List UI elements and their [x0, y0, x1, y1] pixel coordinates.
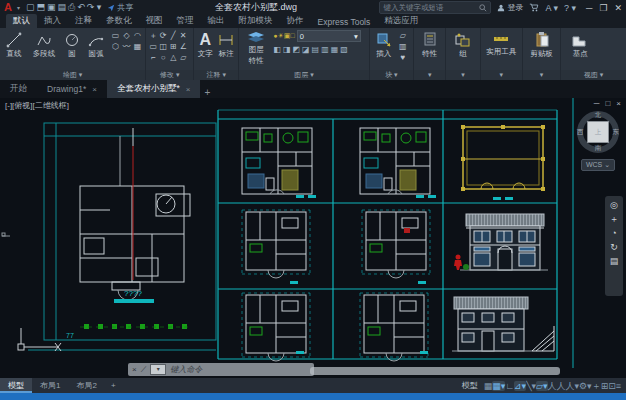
doc-close-button[interactable]: × — [616, 99, 621, 108]
compass-south-label[interactable]: 南 — [595, 144, 602, 153]
modify-icon[interactable]: ✕ — [178, 30, 188, 41]
floor-plan-1f-right[interactable] — [360, 128, 430, 194]
panel-label-view[interactable]: 视图 ▾ — [561, 70, 626, 80]
modify-icon[interactable]: ⌐ — [148, 52, 158, 63]
file-tab-close-icon[interactable]: × — [186, 85, 191, 94]
command-line[interactable]: × ⟋ ▾ 键入命令 — [128, 363, 314, 376]
close-button[interactable]: ✕ — [614, 3, 622, 13]
status-toggle-icon[interactable]: ∟ — [505, 381, 514, 391]
file-tab-close-icon[interactable]: × — [92, 85, 97, 94]
nav-tool-icon[interactable]: ↻ — [610, 242, 618, 252]
elevation-front-drawing[interactable] — [454, 214, 548, 270]
app-menu-arrow-icon[interactable]: ▾ — [17, 4, 20, 11]
modify-icon[interactable]: ◫ — [158, 41, 168, 52]
insert-block-button[interactable]: 插入 — [372, 30, 396, 59]
ribbon-tab[interactable]: 附加模块 — [232, 14, 280, 28]
layer-properties-button[interactable]: 图层 特性 — [241, 30, 271, 66]
elevation-side-drawing[interactable] — [452, 297, 554, 351]
layer-tool-icon[interactable]: ▦ — [331, 45, 339, 54]
panel-label-layers[interactable]: 图层 ▾ — [239, 70, 369, 80]
ribbon-tab[interactable]: 注释 — [68, 14, 99, 28]
floor-plan-2f-left[interactable] — [242, 210, 310, 278]
status-toggle-icon[interactable]: 人 — [548, 381, 557, 391]
ribbon-tab[interactable]: 协作 — [280, 14, 311, 28]
group-button[interactable]: 组 — [448, 30, 477, 59]
status-toggle-icon[interactable]: 人▾ — [566, 381, 580, 391]
panel-label-modify[interactable]: 修改 ▾ — [146, 70, 193, 80]
roof-plan-yellow[interactable] — [461, 125, 545, 200]
model-space-indicator[interactable]: 模型 — [462, 380, 478, 391]
floor-plan-3f-left[interactable] — [242, 293, 310, 361]
help-button[interactable]: ? ▾ — [564, 3, 576, 13]
drawing-canvas[interactable]: [-][俯视][二维线框] ─ □ × — [0, 98, 626, 378]
viewcube-compass-ring[interactable]: 北 东 南 西 上 — [577, 111, 619, 153]
nav-tool-icon[interactable]: ◎ — [610, 200, 618, 210]
quick-access-icon[interactable]: ▤ — [58, 2, 67, 12]
quick-access-icon[interactable]: ▣ — [47, 2, 56, 12]
command-tool-icon[interactable]: ⟋ — [141, 365, 147, 375]
draw-mini-icon[interactable]: ▭ — [110, 30, 121, 41]
layout-tab[interactable]: 布局2 — [68, 378, 104, 393]
compass-west-label[interactable]: 西 — [577, 128, 584, 137]
status-toggle-icon[interactable]: ⚙▾ — [579, 381, 592, 391]
modify-icon[interactable]: ○ — [158, 52, 168, 63]
quick-access-icon[interactable]: ▢ — [26, 2, 35, 12]
share-button[interactable]: 共享 — [107, 2, 133, 13]
panel-label-annotate[interactable]: 注释 ▾ — [194, 70, 238, 80]
viewcube[interactable]: 北 东 南 西 上 WCS ⌄ — [573, 111, 623, 171]
app-store-cart-icon[interactable] — [529, 3, 539, 12]
ribbon-tab[interactable]: 视图 — [139, 14, 170, 28]
modify-icon[interactable]: ⊞ — [168, 41, 178, 52]
navigation-bar[interactable]: ◎＋◔↻▤ — [605, 196, 623, 296]
status-toggle-icon[interactable]: ╲▾ — [526, 381, 536, 391]
modify-icon[interactable]: ▱ — [178, 52, 188, 63]
dimension-button[interactable]: 标注 — [216, 30, 236, 59]
layer-tool-icon[interactable]: ◪ — [302, 45, 310, 54]
quick-access-icon[interactable]: ⎙ — [68, 2, 75, 12]
modify-icon[interactable]: ╱ — [168, 30, 178, 41]
horizontal-scrollbar[interactable] — [310, 367, 560, 375]
status-toggle-icon[interactable]: ▱▾ — [536, 381, 547, 391]
modify-icon[interactable]: ▭ — [148, 41, 158, 52]
panel-label-group[interactable]: ▾ — [446, 70, 479, 80]
modify-icon[interactable]: △ — [168, 52, 178, 63]
layer-tool-icon[interactable]: ▤ — [312, 45, 320, 54]
app-logo-icon[interactable]: A — [4, 2, 12, 13]
line-button[interactable]: 直线 — [2, 30, 26, 59]
draw-mini-icon[interactable]: ◇ — [121, 30, 132, 41]
arc-button[interactable]: 圆弧 — [84, 30, 108, 59]
panel-label-draw[interactable]: 绘图 ▾ — [0, 70, 145, 80]
modify-icon[interactable]: ＋ — [148, 30, 158, 41]
panel-label-properties[interactable]: ▾ — [414, 70, 445, 80]
compass-east-label[interactable]: 东 — [613, 128, 620, 137]
nav-tool-icon[interactable]: ▤ — [610, 256, 619, 266]
layer-dropdown[interactable]: 0 ▾ — [297, 30, 361, 42]
viewcube-top-face[interactable]: 上 — [587, 121, 609, 143]
model-space-drawing[interactable]: ???? 77 — [0, 98, 626, 378]
layer-tool-icon[interactable]: ◨ — [283, 45, 291, 54]
layer-tool-icon[interactable]: ◧ — [273, 45, 281, 54]
panel-label-utilities[interactable]: ▾ — [481, 70, 522, 80]
status-toggle-icon[interactable]: ▦ — [484, 381, 493, 391]
new-tab-button[interactable]: + — [204, 87, 210, 98]
layer-tool-icon[interactable]: ◩ — [292, 45, 300, 54]
ribbon-tab[interactable]: 默认 — [6, 14, 37, 28]
floor-plan-1f-left[interactable] — [242, 128, 312, 194]
help-search-input[interactable]: 键入关键字或短语 — [379, 1, 491, 14]
polyline-button[interactable]: 多段线 — [28, 30, 60, 59]
quick-access-icon[interactable]: ⬒ — [36, 2, 45, 12]
clipboard-button[interactable]: 剪贴板 — [525, 30, 558, 59]
wcs-dropdown[interactable]: WCS ⌄ — [581, 159, 615, 171]
status-toggle-icon[interactable]: ≡ — [616, 381, 621, 391]
panel-label-clipboard[interactable]: ▾ — [523, 70, 560, 80]
ribbon-tab[interactable]: 管理 — [170, 14, 201, 28]
layout-tab[interactable]: 模型 — [0, 378, 32, 393]
utilities-button[interactable]: 实用工具 — [483, 30, 520, 57]
ribbon-tab[interactable]: 插入 — [37, 14, 68, 28]
modify-icon[interactable]: ⟳ — [158, 30, 168, 41]
nav-tool-icon[interactable]: ◔ — [611, 228, 616, 238]
file-tab-start[interactable]: 开始 — [0, 80, 37, 98]
layer-tool-icon[interactable]: ▧ — [340, 45, 348, 54]
doc-restore-button[interactable]: □ — [605, 99, 610, 108]
ribbon-tab[interactable]: 精选应用 — [377, 14, 425, 28]
